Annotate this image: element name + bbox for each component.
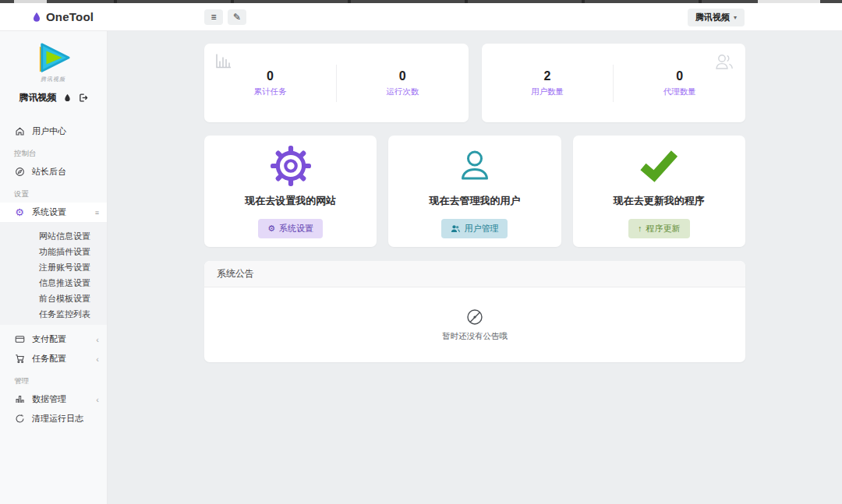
stats-row: 0 累计任务 0 运行次数 2 用户数量	[204, 44, 745, 122]
stat-user-count: 2 用户数量	[482, 69, 614, 97]
no-data-icon	[465, 308, 484, 326]
chevron-left-icon: ‹	[96, 395, 99, 404]
topbar-tools: ≡ ✎	[204, 9, 246, 25]
stat-agent-count: 0 代理数量	[614, 69, 745, 97]
sidebar-item-clear-log[interactable]: 清理运行日志	[0, 409, 107, 428]
action-cards-row: 现在去设置我的网站 ⚙ 系统设置 现在去管理我的用户	[204, 136, 745, 247]
gear-icon	[270, 144, 312, 188]
sidebar-item-task-config[interactable]: 任务配置 ‹	[0, 349, 107, 368]
announcement-panel: 系统公告 暂时还没有公告哦	[204, 261, 745, 362]
sidebar: 腾讯视频 腾讯视频 用户中心 控制台 站长后台 设置 ⚙ 系统设置 ≡ 网站信息…	[0, 31, 108, 504]
sidebar-item-webmaster[interactable]: 站长后台	[0, 162, 107, 182]
compass-icon	[14, 167, 25, 177]
announcement-empty-state: 暂时还没有公告哦	[204, 287, 745, 362]
sidebar-item-label: 数据管理	[32, 393, 66, 405]
stat-value: 0	[204, 69, 336, 83]
theme-brush-button[interactable]: ✎	[228, 9, 246, 25]
stat-card-users: 2 用户数量 0 代理数量	[482, 44, 746, 122]
sidebar-item-user-center[interactable]: 用户中心	[0, 122, 107, 141]
stat-total-tasks: 0 累计任务	[204, 69, 336, 97]
gear-icon: ⚙	[267, 224, 275, 233]
menu-expanded-indicator-icon: ≡	[95, 209, 99, 217]
action-title: 现在去更新我的程序	[614, 194, 705, 208]
stat-value: 0	[614, 69, 745, 83]
system-settings-button[interactable]: ⚙ 系统设置	[258, 219, 323, 238]
sidebar-item-label: 清理运行日志	[32, 413, 83, 425]
app-logo: OneTool	[31, 10, 94, 23]
chevron-left-icon: ‹	[96, 354, 99, 364]
submenu-item-template[interactable]: 前台模板设置	[0, 289, 107, 305]
bar-chart-icon	[14, 394, 25, 404]
stat-label: 用户数量	[482, 86, 614, 97]
refresh-icon	[14, 414, 25, 424]
sidebar-item-label: 支付配置	[32, 333, 66, 345]
sidebar-section-manage: 管理	[0, 368, 107, 389]
gear-icon: ⚙	[14, 207, 25, 217]
site-logo: 腾讯视频	[0, 31, 107, 83]
system-settings-submenu: 网站信息设置 功能插件设置 注册账号设置 信息推送设置 前台模板设置 任务监控列…	[0, 222, 107, 325]
stat-label: 运行次数	[337, 86, 469, 97]
up-arrow-icon: ↑	[638, 224, 642, 233]
sidebar-item-label: 用户中心	[32, 125, 66, 137]
droplet-icon	[31, 11, 42, 23]
action-title: 现在去设置我的网站	[245, 194, 336, 208]
chevron-down-icon: ▾	[734, 14, 737, 21]
menu-toggle-button[interactable]: ≡	[204, 9, 223, 25]
sidebar-item-label: 任务配置	[32, 353, 66, 365]
logo-caption: 腾讯视频	[0, 76, 108, 83]
sidebar-menu: 用户中心 控制台 站长后台 设置 ⚙ 系统设置 ≡ 网站信息设置 功能插件设置 …	[0, 122, 107, 428]
stat-run-count: 0 运行次数	[337, 69, 469, 97]
sidebar-section-settings: 设置	[0, 182, 107, 203]
action-card-update[interactable]: 现在去更新我的程序 ↑ 程序更新	[573, 136, 745, 247]
sidebar-item-payment-config[interactable]: 支付配置 ‹	[0, 330, 107, 349]
submenu-item-site-info[interactable]: 网站信息设置	[0, 227, 107, 242]
stat-card-tasks: 0 累计任务 0 运行次数	[204, 44, 469, 122]
sidebar-item-data-manage[interactable]: 数据管理 ‹	[0, 389, 107, 409]
stat-label: 代理数量	[614, 86, 745, 97]
button-label: 用户管理	[464, 223, 498, 234]
brand-name: 腾讯视频	[19, 91, 57, 104]
app-name: OneTool	[46, 10, 94, 23]
submenu-item-register[interactable]: 注册账号设置	[0, 258, 107, 273]
site-selector-dropdown[interactable]: 腾讯视频 ▾	[688, 9, 745, 26]
stat-value: 0	[337, 69, 469, 83]
topbar: OneTool ≡ ✎ 腾讯视频 ▾	[0, 3, 842, 31]
action-title: 现在去管理我的用户	[429, 194, 520, 208]
submenu-item-push[interactable]: 信息推送设置	[0, 273, 107, 289]
user-manage-button[interactable]: 用户管理	[441, 219, 508, 238]
program-update-button[interactable]: ↑ 程序更新	[628, 219, 690, 238]
hamburger-icon: ≡	[210, 12, 216, 23]
sidebar-brand-row: 腾讯视频	[0, 91, 107, 104]
announcement-title: 系统公告	[204, 261, 745, 287]
submenu-item-task-monitor[interactable]: 任务监控列表	[0, 305, 107, 320]
button-label: 程序更新	[646, 223, 681, 234]
stat-value: 2	[482, 69, 614, 83]
site-selector-label: 腾讯视频	[695, 12, 730, 23]
sidebar-item-label: 站长后台	[32, 166, 66, 178]
credit-card-icon	[14, 334, 25, 344]
action-card-settings[interactable]: 现在去设置我的网站 ⚙ 系统设置	[204, 136, 377, 247]
users-icon	[451, 224, 460, 233]
sidebar-section-console: 控制台	[0, 141, 107, 162]
button-label: 系统设置	[279, 223, 313, 234]
cart-icon	[14, 354, 25, 364]
stat-label: 累计任务	[204, 86, 336, 97]
home-icon	[14, 126, 25, 136]
action-card-users[interactable]: 现在去管理我的用户 用户管理	[388, 136, 561, 247]
submenu-item-plugins[interactable]: 功能插件设置	[0, 242, 107, 258]
check-icon	[638, 144, 680, 188]
user-icon	[456, 144, 494, 188]
sidebar-item-label: 系统设置	[32, 206, 66, 218]
logout-icon[interactable]	[78, 93, 88, 103]
main-content: 0 累计任务 0 运行次数 2 用户数量	[108, 31, 842, 504]
announcement-empty-text: 暂时还没有公告哦	[442, 331, 508, 342]
brush-icon: ✎	[233, 12, 241, 23]
droplet-icon[interactable]	[63, 93, 72, 103]
tencent-video-logo-icon	[35, 41, 73, 74]
sidebar-item-system-settings[interactable]: ⚙ 系统设置 ≡	[0, 203, 107, 222]
chevron-left-icon: ‹	[96, 335, 99, 344]
